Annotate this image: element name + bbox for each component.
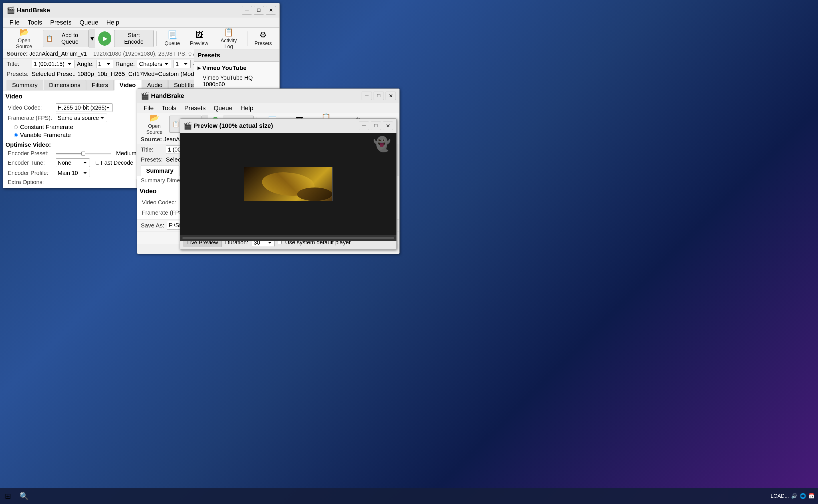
- range-label: Range:: [116, 61, 135, 67]
- preview-app-icon: 🎬: [184, 122, 192, 130]
- angle-select[interactable]: 1: [96, 60, 113, 68]
- tab-dimensions[interactable]: Dimensions: [44, 80, 86, 90]
- open-source-button[interactable]: 📂 Open Source: [7, 29, 42, 48]
- preview-label: Preview: [190, 41, 208, 47]
- queue-button[interactable]: 📃 Queue: [160, 29, 185, 48]
- preview-window: 🎬 Preview (100% actual size) ─ □ ✕ 👻: [180, 118, 397, 250]
- queue-icon: 📃: [167, 30, 177, 40]
- framerate-label: Framerate (FPS):: [8, 115, 53, 121]
- second-tab-summary[interactable]: Summary: [141, 165, 179, 176]
- preset-item-hq1080[interactable]: Vimeo YouTube HQ 1080p60: [194, 73, 279, 89]
- variable-framerate-radio[interactable]: [14, 133, 18, 137]
- activity-log-label: Activity Log: [217, 38, 241, 50]
- open-source-label: Open Source: [10, 38, 38, 50]
- presets-button[interactable]: ⚙ Presets: [250, 29, 276, 48]
- preview-seekbar[interactable]: [182, 237, 394, 239]
- queue-label: Queue: [165, 41, 180, 47]
- tab-summary[interactable]: Summary: [7, 80, 43, 90]
- taskbar-start-icon[interactable]: ⊞: [1, 489, 15, 503]
- fast-decode-label: Fast Decode: [101, 160, 133, 166]
- taskbar-search-icon[interactable]: 🔍: [17, 489, 31, 503]
- encoder-preset-slider[interactable]: [56, 153, 111, 154]
- second-menu-help[interactable]: Help: [236, 103, 257, 113]
- preview-ghost-icon: 👻: [373, 136, 391, 152]
- menu-file[interactable]: File: [5, 18, 23, 27]
- encoder-preset-label: Encoder Preset:: [8, 150, 53, 157]
- taskbar-volume-icon[interactable]: 🔊: [791, 493, 797, 499]
- second-add-queue-icon: 📋: [172, 121, 180, 128]
- tab-filters[interactable]: Filters: [86, 80, 114, 90]
- presets-label: Presets: [254, 41, 272, 47]
- codec-label: Video Codec:: [8, 104, 53, 111]
- preview-button[interactable]: 🖼 Preview: [186, 29, 212, 48]
- encoder-profile-select[interactable]: Main 10: [56, 169, 90, 177]
- second-title-label: Title:: [141, 146, 164, 153]
- second-open-source-button[interactable]: 📂 Open Source: [141, 115, 168, 133]
- second-close-btn[interactable]: ✕: [386, 92, 396, 100]
- range-type-select[interactable]: Chapters: [137, 60, 171, 68]
- optimise-heading: Optimise Video:: [5, 141, 139, 148]
- add-to-queue-button[interactable]: 📋 Add to Queue: [43, 30, 89, 47]
- start-encode-label: Start Encode: [124, 32, 144, 45]
- second-menu-queue[interactable]: Queue: [209, 103, 236, 113]
- preview-icon: 🖼: [195, 30, 203, 40]
- encoder-preset-value: Medium: [116, 150, 136, 157]
- start-encode-button[interactable]: Start Encode: [114, 30, 153, 47]
- preview-video-frame: [244, 167, 333, 201]
- second-window-title: HandBrake: [151, 92, 362, 100]
- second-menu-presets[interactable]: Presets: [180, 103, 210, 113]
- extra-options-input[interactable]: [56, 179, 136, 188]
- taskbar-right: LOAD... 🔊 🌐 📅: [771, 493, 818, 499]
- second-menu-tools[interactable]: Tools: [158, 103, 180, 113]
- constant-framerate-label: Constant Framerate: [20, 124, 73, 130]
- use-system-player-checkbox[interactable]: [278, 241, 282, 244]
- menu-tools[interactable]: Tools: [23, 18, 46, 27]
- menu-queue[interactable]: Queue: [75, 18, 102, 27]
- second-open-source-icon: 📂: [149, 113, 159, 122]
- angle-label: Angle:: [77, 61, 94, 67]
- preset-group-vimeo-header[interactable]: ▸ Vimeo YouTube: [194, 63, 279, 73]
- close-btn[interactable]: ✕: [266, 6, 276, 15]
- window-title: HandBrake: [17, 7, 242, 14]
- range-start-select[interactable]: 1: [174, 60, 191, 68]
- preview-maximize-btn[interactable]: □: [371, 122, 381, 130]
- fast-decode-checkbox[interactable]: [96, 161, 99, 165]
- extra-options-label: Extra Options:: [8, 179, 53, 186]
- second-save-as-label: Save As:: [141, 222, 164, 229]
- add-queue-dropdown[interactable]: ▾: [89, 29, 95, 48]
- encoder-tune-row: Encoder Tune: None Fast Decode: [5, 158, 139, 168]
- encoder-tune-label: Encoder Tune:: [8, 160, 53, 166]
- title-label: Title:: [7, 61, 29, 67]
- preview-close-btn[interactable]: ✕: [383, 122, 393, 130]
- codec-select[interactable]: H.265 10-bit (x265): [56, 103, 113, 112]
- framerate-row: Framerate (FPS): Same as source: [5, 113, 139, 123]
- encoder-profile-row: Encoder Profile: Main 10: [5, 168, 139, 178]
- encoder-preset-knob[interactable]: [81, 152, 85, 156]
- title-select[interactable]: 1 (00:01:15): [32, 60, 74, 68]
- preview-content-area: 👻: [180, 133, 396, 235]
- preview-bottom-bar: Live Preview Duration: 30 Use system def…: [180, 235, 396, 249]
- second-menu-file[interactable]: File: [140, 103, 158, 113]
- preview-window-controls: ─ □ ✕: [359, 122, 393, 130]
- preset-group-vimeo-name: Vimeo YouTube: [202, 64, 247, 71]
- encoder-tune-select[interactable]: None: [56, 158, 90, 167]
- activity-log-button[interactable]: 📋 Activity Log: [213, 29, 244, 48]
- framerate-select[interactable]: Same as source: [56, 114, 107, 122]
- toolbar: 📂 Open Source 📋 Add to Queue ▾ Start Enc…: [3, 28, 279, 49]
- menu-help[interactable]: Help: [102, 18, 123, 27]
- start-encode-play-button[interactable]: [98, 31, 111, 46]
- app-icon: 🎬: [7, 6, 15, 14]
- variable-framerate-label: Variable Framerate: [20, 132, 71, 138]
- second-minimize-btn[interactable]: ─: [362, 92, 372, 100]
- second-source-label: Source:: [141, 136, 162, 142]
- taskbar: ⊞ 🔍 LOAD... 🔊 🌐 📅: [0, 488, 818, 504]
- maximize-btn[interactable]: □: [254, 6, 264, 15]
- menu-presets[interactable]: Presets: [46, 18, 76, 27]
- presets-panel-title: Presets: [194, 49, 279, 62]
- preview-minimize-btn[interactable]: ─: [359, 122, 369, 130]
- taskbar-network-icon[interactable]: 🌐: [800, 493, 806, 499]
- window-controls: ─ □ ✕: [242, 6, 276, 15]
- constant-framerate-radio[interactable]: [14, 125, 18, 129]
- second-maximize-btn[interactable]: □: [374, 92, 384, 100]
- minimize-btn[interactable]: ─: [242, 6, 252, 15]
